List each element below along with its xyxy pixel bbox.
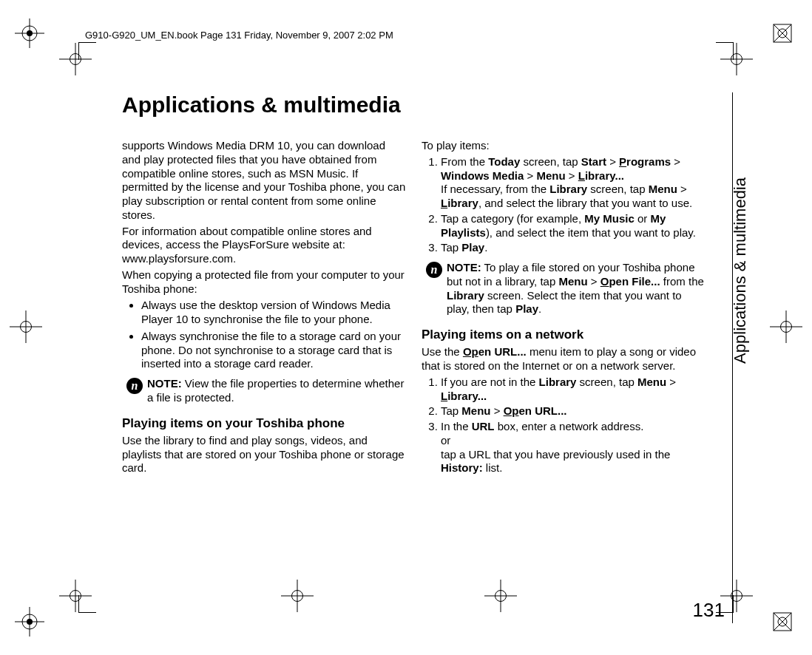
list-item: Always use the desktop version of Window… [141,299,407,327]
body-text: Use the library to find and play songs, … [122,434,407,475]
list-item: If you are not in the Library screen, ta… [441,376,706,404]
t: ibrary... [447,390,487,402]
t: Op [504,404,519,417]
body-text: Use the Open URL... menu item to play a … [422,345,706,373]
t: Library [447,289,484,302]
t: Windows Media [441,169,524,182]
list-item: From the Today screen, tap Start > Progr… [441,155,706,211]
t: en URL... [518,404,566,417]
t: from the [660,275,704,288]
t: . [538,302,541,315]
content-columns: supports Windows Media DRM 10, you can d… [122,139,706,478]
t: ), and select the item that you want to … [486,226,696,239]
t: ibrary [447,197,478,209]
t: L [441,390,447,402]
t: Tap [441,241,461,254]
t: Menu [461,404,490,417]
note-text: NOTE: To play a file stored on your Tosh… [447,261,706,316]
t: en URL... [478,345,527,358]
registration-mark-icon [15,18,44,48]
t: > [677,183,687,195]
side-section-label: Applications & multimedia [731,177,750,364]
page-title: Applications & multimedia [122,92,401,118]
t: L [578,169,585,182]
t: P [619,155,626,168]
corner-mark-icon [78,42,96,60]
page-number: 131 [693,599,725,622]
t: Menu [558,275,587,288]
corner-mark-icon [716,42,734,60]
t: or [441,434,450,447]
t: In the [441,420,472,432]
t: box, enter a network address. [495,420,644,432]
t: My Music [584,212,635,225]
t: If necessary, from the [441,183,549,195]
t: > [671,155,680,168]
crop-mark-icon [770,310,802,343]
body-text: To play items: [422,139,706,153]
t: From the [441,155,488,168]
list-item: In the URL box, enter a network address.… [441,420,706,475]
list-item: Tap Play. [441,241,706,255]
t: Tap [441,404,461,417]
numbered-list: From the Today screen, tap Start > Progr… [422,155,706,255]
body-text: For information about compatible online … [122,225,407,266]
t: Play [461,241,484,254]
list-item: Tap Menu > Open URL... [441,404,706,418]
note-block: n NOTE: To play a file stored on your To… [422,261,706,316]
note-label: NOTE: [147,377,182,390]
t: screen, tap [587,183,649,195]
t: > [666,376,676,388]
registration-mark-icon [15,607,44,637]
t: > [491,404,504,417]
note-icon: n [426,262,442,278]
t: pen File... [609,275,660,288]
t: or [635,212,651,225]
t: rograms [626,155,671,168]
t: URL [472,420,495,432]
t: Library [549,183,587,195]
crop-mark-icon [10,310,42,343]
note-body-text: View the file properties to determine wh… [147,377,404,404]
t: Menu [637,376,666,388]
note-label: NOTE: [447,261,481,274]
t: O [600,275,609,288]
t: Menu [649,183,677,195]
header-text: G910-G920_UM_EN.book Page 131 Friday, No… [85,30,393,41]
t: Use the [422,345,463,358]
t: screen, tap [576,376,637,388]
t: > [606,155,619,168]
body-text: When copying a protected file from your … [122,268,407,296]
t: Start [581,155,606,168]
subheading: Playing items on a network [422,327,706,342]
t: > [524,169,536,182]
registration-mark-icon [768,607,797,637]
t: , and select the library that you want t… [478,197,692,209]
corner-mark-icon [78,595,96,613]
note-text: NOTE: View the file properties to determ… [147,377,407,405]
t: Tap a category (for example, [441,212,584,225]
note-icon: n [126,378,143,394]
t: tap a URL that you have previously used … [441,448,670,461]
registration-mark-icon [768,18,797,48]
note-block: n NOTE: View the file properties to dete… [122,377,407,405]
crop-mark-icon [484,580,517,612]
t: L [441,197,447,209]
t: Library [539,376,577,388]
bullet-list: Always use the desktop version of Window… [122,299,407,371]
numbered-list: If you are not in the Library screen, ta… [422,376,706,475]
list-item: Always synchronise the file to a storage… [141,330,407,371]
subheading: Playing items on your Toshiba phone [122,415,407,431]
body-text: supports Windows Media DRM 10, you can d… [122,139,407,223]
t: History: [441,461,483,474]
t: > [588,275,600,288]
t: > [566,169,578,182]
t: Menu [536,169,565,182]
t: Play [515,302,538,315]
t: Today [488,155,520,168]
t: If you are not in the [441,376,539,388]
list-item: Tap a category (for example, My Music or… [441,212,706,240]
left-column: supports Windows Media DRM 10, you can d… [122,139,407,478]
t: screen, tap [520,155,581,168]
t: ibrary... [585,169,624,182]
